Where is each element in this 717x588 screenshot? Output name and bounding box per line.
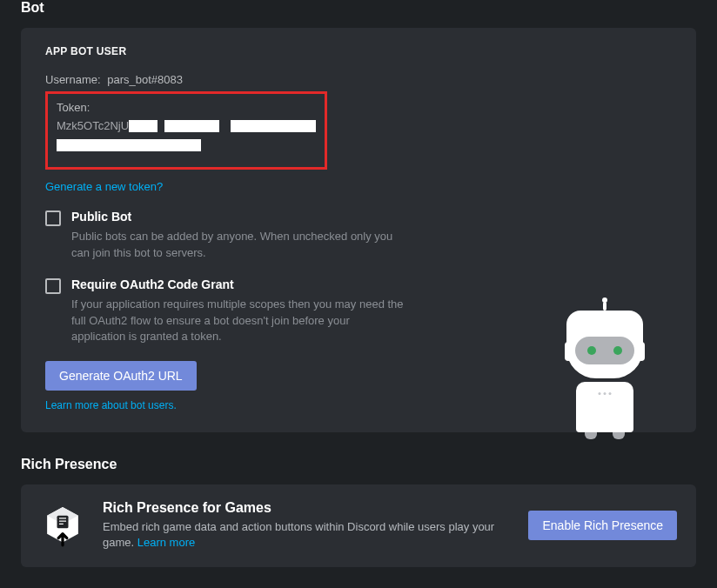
public-bot-title: Public Bot <box>71 210 406 224</box>
token-highlight-box: Token: Mzk5OTc2NjU <box>45 91 327 170</box>
generate-oauth2-url-button[interactable]: Generate OAuth2 URL <box>45 361 197 391</box>
public-bot-row: Public Bot Public bots can be added by a… <box>45 210 672 262</box>
bot-card: APP BOT USER Username: pars_bot#8083 Tok… <box>21 28 696 432</box>
rich-presence-icon <box>40 503 85 548</box>
redaction-bar <box>129 120 157 132</box>
username-row: Username: pars_bot#8083 <box>45 73 672 86</box>
oauth2-grant-desc: If your application requires multiple sc… <box>71 297 406 346</box>
redaction-bar <box>231 120 316 132</box>
rich-presence-learn-more-link[interactable]: Learn more <box>137 536 195 549</box>
svg-rect-0 <box>57 516 69 529</box>
section-title-bot: Bot <box>21 0 696 16</box>
username-label: Username: <box>45 73 101 86</box>
rich-presence-title: Rich Presence for Games <box>103 500 511 516</box>
rich-presence-card: Rich Presence for Games Embed rich game … <box>21 484 696 566</box>
enable-rich-presence-button[interactable]: Enable Rich Presence <box>528 511 677 540</box>
token-line-1: Mzk5OTc2NjU <box>57 119 316 132</box>
rich-presence-desc: Embed rich game data and action buttons … <box>103 519 511 551</box>
oauth2-grant-checkbox[interactable] <box>45 278 61 294</box>
redaction-bar <box>57 139 201 151</box>
redaction-bar <box>164 120 219 132</box>
section-title-rich-presence: Rich Presence <box>21 457 696 472</box>
card-header: APP BOT USER <box>45 45 672 57</box>
public-bot-checkbox[interactable] <box>45 210 61 226</box>
username-value: pars_bot#8083 <box>107 73 183 86</box>
generate-token-link[interactable]: Generate a new token? <box>45 180 163 193</box>
token-label: Token: <box>57 101 316 114</box>
token-prefix: Mzk5OTc2NjU <box>57 119 129 132</box>
robot-illustration <box>557 302 653 432</box>
token-line-2 <box>57 139 316 151</box>
public-bot-desc: Public bots can be added by anyone. When… <box>71 229 406 262</box>
oauth2-grant-title: Require OAuth2 Code Grant <box>71 277 406 291</box>
